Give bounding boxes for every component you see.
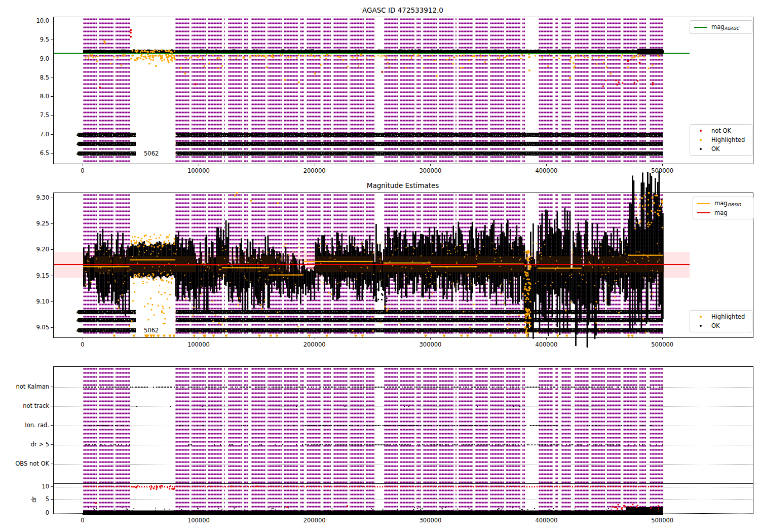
x-tick-label: 400000 — [535, 341, 557, 348]
y-tick-mark — [51, 387, 53, 387]
y-tick-mark — [51, 301, 53, 302]
y-tick-label: 9.0 — [32, 55, 49, 62]
y-tick-mark — [51, 444, 53, 445]
y-tick-mark — [51, 406, 53, 406]
y-tick-label: 6.5 — [32, 149, 49, 157]
x-tick-mark — [83, 513, 83, 515]
plot2-axes: 4890518904182903187463920184736192048573… — [53, 193, 753, 338]
x-tick-label: 100000 — [187, 341, 210, 348]
y-tick-label: 7.5 — [32, 111, 49, 119]
x-tick-label: 500000 — [651, 517, 673, 524]
x-tick-label: 0 — [81, 167, 84, 174]
x-tick-label: 200000 — [303, 167, 326, 174]
category-label: dr > 5 — [7, 441, 49, 448]
plot2-scatter-layer — [54, 193, 753, 337]
dr-cap-line — [54, 483, 753, 484]
x-tick-label: 500000 — [651, 167, 673, 174]
x-tick-label: 100000 — [187, 517, 210, 524]
dr-axis-label: dr — [30, 496, 37, 502]
y-tick-label: 8.5 — [32, 74, 49, 81]
x-tick-label: 400000 — [535, 517, 557, 524]
y-tick-mark — [51, 40, 53, 40]
x-tick-mark — [315, 337, 315, 339]
y-tick-mark — [51, 499, 53, 500]
y-tick-label: 9.15 — [32, 272, 49, 279]
x-tick-mark — [662, 164, 663, 166]
x-tick-mark — [430, 337, 431, 339]
plot1-scatter-layer — [54, 17, 753, 164]
x-tick-label: 200000 — [303, 341, 326, 348]
y-tick-label: 10.0 — [32, 17, 49, 24]
category-label: Ion. rad. — [7, 422, 49, 429]
y-tick-label: 9.30 — [32, 194, 49, 201]
plot3-scatter-layer — [54, 367, 753, 513]
y-tick-label: 9.20 — [32, 246, 49, 253]
y-tick-label: 9.25 — [32, 220, 49, 227]
y-tick-label: 9.5 — [32, 36, 49, 43]
y-tick-mark — [51, 21, 53, 21]
x-tick-label: 0 — [81, 341, 84, 348]
dr-red-line — [83, 486, 663, 487]
y-tick-mark — [51, 198, 53, 198]
x-tick-mark — [199, 164, 199, 166]
y-tick-mark — [51, 327, 53, 328]
category-label: OBS not OK — [7, 460, 49, 467]
y-tick-mark — [51, 425, 53, 426]
x-tick-mark — [199, 337, 199, 339]
x-tick-label: 300000 — [420, 167, 442, 174]
x-tick-label: 100000 — [187, 167, 210, 174]
y-tick-mark — [51, 153, 53, 154]
y-tick-label: 8.0 — [32, 93, 49, 100]
plot1-title: AGASC ID 472533912.0 — [362, 6, 443, 14]
category-label: not Kalman — [7, 383, 49, 390]
y-tick-mark — [51, 249, 53, 250]
y-tick-label: 9.10 — [32, 298, 49, 305]
y-tick-mark — [51, 223, 53, 224]
x-tick-label: 300000 — [420, 341, 442, 348]
x-tick-mark — [430, 164, 431, 166]
y-tick-mark — [51, 276, 53, 276]
x-tick-label: 500000 — [651, 341, 673, 348]
mag-line — [54, 264, 690, 265]
y-tick-label: 7.0 — [32, 131, 49, 138]
x-tick-mark — [546, 337, 547, 339]
x-tick-mark — [83, 337, 83, 339]
y-tick-mark — [51, 134, 53, 135]
plot1-axes: 4890518904182903187463920184736192048573… — [53, 17, 753, 164]
y-tick-mark — [51, 59, 53, 59]
x-tick-mark — [83, 164, 83, 166]
x-tick-label: 300000 — [420, 517, 442, 524]
y-tick-mark — [51, 96, 53, 97]
x-tick-label: 200000 — [303, 517, 326, 524]
y-tick-label: 9.05 — [32, 324, 49, 331]
y-tick-mark — [51, 115, 53, 116]
x-tick-mark — [315, 164, 315, 166]
y-tick-mark — [51, 513, 53, 513]
x-tick-label: 400000 — [535, 167, 557, 174]
figure: AGASC ID 472533912.0 Magnitude Estimates… — [0, 0, 760, 532]
plot3-axes — [53, 366, 753, 514]
x-tick-label: 0 — [81, 517, 84, 524]
y-tick-mark — [51, 464, 53, 464]
x-tick-mark — [662, 337, 663, 339]
y-tick-mark — [51, 486, 53, 487]
y-tick-mark — [51, 78, 53, 78]
dr-tick-label: 0 — [33, 509, 49, 516]
plot2-title: Magnitude Estimates — [367, 181, 439, 189]
x-tick-mark — [546, 164, 547, 166]
category-label: not track — [7, 402, 49, 409]
dr-tick-label: 10 — [33, 483, 49, 490]
